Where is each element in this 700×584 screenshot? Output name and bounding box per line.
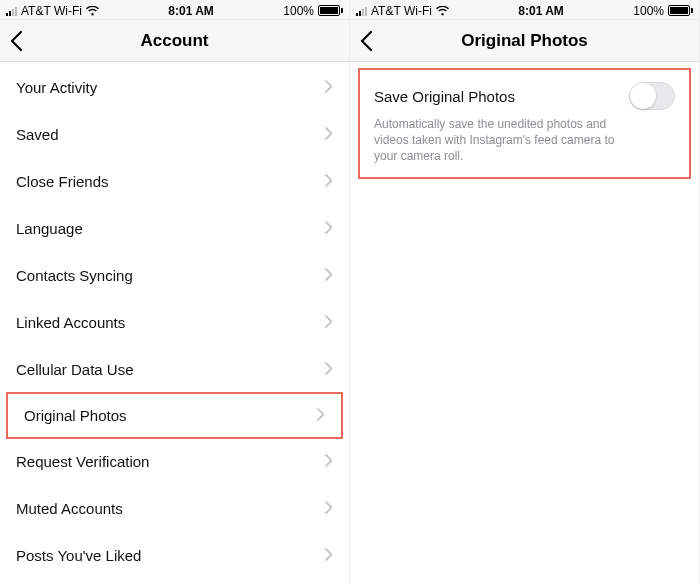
carrier-label: AT&T Wi-Fi xyxy=(21,4,82,18)
chevron-right-icon xyxy=(325,314,333,331)
row-contacts-syncing[interactable]: Contacts Syncing xyxy=(0,252,349,299)
row-your-activity[interactable]: Your Activity xyxy=(0,64,349,111)
status-time: 8:01 AM xyxy=(99,4,283,18)
save-original-toggle[interactable] xyxy=(629,82,675,110)
chevron-right-icon xyxy=(325,220,333,237)
setting-row: Save Original Photos xyxy=(374,82,675,110)
battery-icon xyxy=(318,5,343,16)
chevron-right-icon xyxy=(325,79,333,96)
nav-bar: Original Photos xyxy=(350,20,699,62)
screen-original-photos: AT&T Wi-Fi 8:01 AM 100% Original Photos … xyxy=(350,0,700,584)
chevron-right-icon xyxy=(325,173,333,190)
settings-list: Your Activity Saved Close Friends Langua… xyxy=(0,62,349,584)
row-label: Muted Accounts xyxy=(16,500,123,517)
wifi-icon xyxy=(86,6,99,16)
wifi-icon xyxy=(436,6,449,16)
status-bar: AT&T Wi-Fi 8:01 AM 100% xyxy=(350,0,699,20)
back-button[interactable] xyxy=(358,20,376,61)
status-time: 8:01 AM xyxy=(449,4,633,18)
row-linked-accounts[interactable]: Linked Accounts xyxy=(0,299,349,346)
chevron-right-icon xyxy=(325,361,333,378)
save-original-photos-block: Save Original Photos Automatically save … xyxy=(358,68,691,179)
chevron-right-icon xyxy=(317,407,325,424)
chevron-right-icon xyxy=(325,453,333,470)
page-title: Original Photos xyxy=(461,31,588,51)
settings-list: Save Original Photos Automatically save … xyxy=(350,62,699,584)
row-request-verification[interactable]: Request Verification xyxy=(0,438,349,485)
status-right: 100% xyxy=(283,4,343,18)
row-close-friends[interactable]: Close Friends xyxy=(0,158,349,205)
signal-icon xyxy=(356,6,367,16)
chevron-right-icon xyxy=(325,500,333,517)
row-language[interactable]: Language xyxy=(0,205,349,252)
row-label: Your Activity xyxy=(16,79,97,96)
signal-icon xyxy=(6,6,17,16)
chevron-right-icon xyxy=(325,547,333,564)
row-label: Saved xyxy=(16,126,59,143)
status-bar: AT&T Wi-Fi 8:01 AM 100% xyxy=(0,0,349,20)
row-saved[interactable]: Saved xyxy=(0,111,349,158)
row-label: Posts You've Liked xyxy=(16,547,141,564)
row-label: Original Photos xyxy=(24,407,127,424)
row-label: Linked Accounts xyxy=(16,314,125,331)
carrier-label: AT&T Wi-Fi xyxy=(371,4,432,18)
toggle-knob xyxy=(630,83,656,109)
row-label: Language xyxy=(16,220,83,237)
chevron-right-icon xyxy=(325,126,333,143)
row-cellular-data[interactable]: Cellular Data Use xyxy=(0,346,349,393)
chevron-right-icon xyxy=(325,267,333,284)
status-left: AT&T Wi-Fi xyxy=(356,4,449,18)
setting-label: Save Original Photos xyxy=(374,88,515,105)
setting-description: Automatically save the unedited photos a… xyxy=(374,116,634,165)
nav-bar: Account xyxy=(0,20,349,62)
row-label: Cellular Data Use xyxy=(16,361,134,378)
row-original-photos[interactable]: Original Photos xyxy=(6,392,343,439)
battery-icon xyxy=(668,5,693,16)
row-posts-liked[interactable]: Posts You've Liked xyxy=(0,532,349,579)
row-muted-accounts[interactable]: Muted Accounts xyxy=(0,485,349,532)
battery-pct: 100% xyxy=(633,4,664,18)
battery-pct: 100% xyxy=(283,4,314,18)
back-button[interactable] xyxy=(8,20,26,61)
row-label: Close Friends xyxy=(16,173,109,190)
screen-account: AT&T Wi-Fi 8:01 AM 100% Account Your Act… xyxy=(0,0,350,584)
status-right: 100% xyxy=(633,4,693,18)
switch-business-link[interactable]: Switch to Business Account xyxy=(0,579,349,584)
status-left: AT&T Wi-Fi xyxy=(6,4,99,18)
row-label: Contacts Syncing xyxy=(16,267,133,284)
page-title: Account xyxy=(141,31,209,51)
row-label: Request Verification xyxy=(16,453,149,470)
